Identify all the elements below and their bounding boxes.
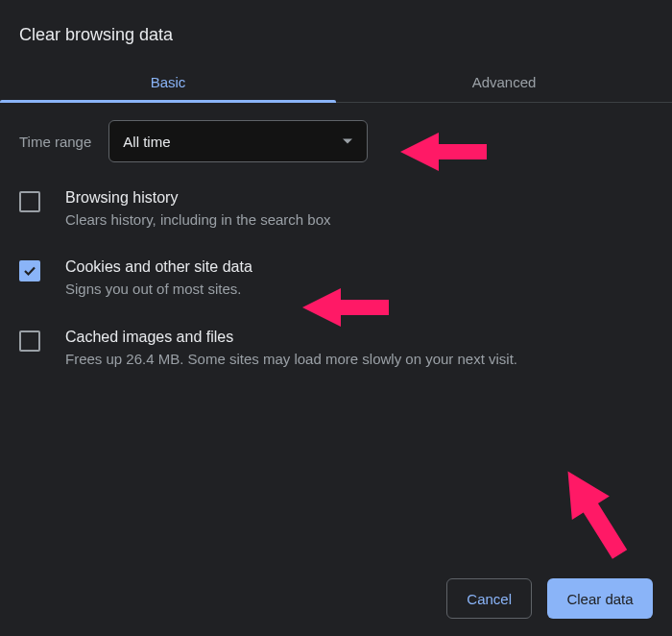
option-title: Browsing history <box>65 189 331 207</box>
svg-marker-2 <box>549 459 638 566</box>
active-tab-underline <box>0 100 336 103</box>
option-description: Clears history, including in the search … <box>65 210 331 230</box>
dialog-title: Clear browsing data <box>0 0 672 64</box>
option-cached: Cached images and files Frees up 26.4 MB… <box>19 329 653 369</box>
annotation-arrow-icon <box>536 450 651 575</box>
option-title: Cookies and other site data <box>65 258 252 276</box>
chevron-down-icon <box>342 134 353 150</box>
clear-data-button[interactable]: Clear data <box>547 578 653 619</box>
button-label: Clear data <box>566 591 633 607</box>
checkbox-browsing-history[interactable] <box>19 191 40 212</box>
tab-label: Advanced <box>472 74 537 90</box>
clear-browsing-data-dialog: Clear browsing data Basic Advanced Time … <box>0 0 672 636</box>
tab-advanced[interactable]: Advanced <box>336 64 672 102</box>
option-text: Browsing history Clears history, includi… <box>65 189 331 230</box>
option-title: Cached images and files <box>65 329 517 346</box>
tab-bar: Basic Advanced <box>0 64 672 103</box>
option-text: Cached images and files Frees up 26.4 MB… <box>65 329 517 369</box>
tab-label: Basic <box>151 74 186 90</box>
option-description: Frees up 26.4 MB. Some sites may load mo… <box>65 350 517 369</box>
option-description: Signs you out of most sites. <box>65 280 252 299</box>
time-range-value: All time <box>123 134 170 150</box>
checkbox-cached[interactable] <box>19 330 40 352</box>
cancel-button[interactable]: Cancel <box>446 578 532 619</box>
button-label: Cancel <box>467 591 512 607</box>
option-browsing-history: Browsing history Clears history, includi… <box>19 189 653 230</box>
time-range-row: Time range All time <box>19 120 653 162</box>
dialog-body: Time range All time Browsing history Cle… <box>0 103 672 369</box>
option-text: Cookies and other site data Signs you ou… <box>65 258 252 299</box>
dialog-footer: Cancel Clear data <box>446 578 653 619</box>
time-range-select[interactable]: All time <box>108 120 368 162</box>
tab-basic[interactable]: Basic <box>0 64 336 102</box>
time-range-label: Time range <box>19 134 91 150</box>
checkbox-cookies[interactable] <box>19 260 40 281</box>
option-cookies: Cookies and other site data Signs you ou… <box>19 258 653 299</box>
